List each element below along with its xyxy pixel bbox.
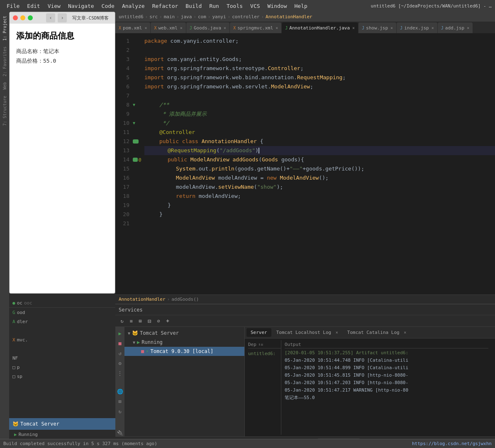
menu-item-file[interactable]: File bbox=[3, 2, 23, 10]
code-line-15: System.out.println(goods.getName()+"——"+… bbox=[144, 164, 495, 173]
sidebar-tomcat-item[interactable]: 🐱Tomcat Server bbox=[9, 418, 115, 430]
gutter-bean-14 bbox=[133, 158, 138, 162]
code-line-4: import org.springframework.stereotype.Co… bbox=[144, 64, 495, 73]
code-line-6: import org.springframework.web.servlet.M… bbox=[144, 82, 495, 91]
tree-node-tomcat[interactable]: ▼ 🐱 Tomcat Server bbox=[124, 329, 244, 338]
tab-goods[interactable]: J Goods.java × bbox=[186, 22, 229, 33]
menu-item-vcs[interactable]: VCS bbox=[247, 2, 263, 10]
vtab-plugin[interactable]: 🔌 bbox=[117, 430, 123, 436]
panel-tab-web[interactable]: Web bbox=[2, 80, 8, 92]
vtab-play[interactable]: ▶ bbox=[117, 330, 123, 337]
services-right-panel: Server Tomcat Localhost Log × Tomcat Cat… bbox=[245, 327, 495, 436]
nav-forward[interactable]: › bbox=[58, 13, 67, 22]
menu-item-run[interactable]: Run bbox=[206, 2, 222, 10]
code-editor[interactable]: 1 2 3 4 5 6 7 8 9 10 11 12 13 14 15 16 1… bbox=[115, 33, 495, 295]
gutter-bean-12 bbox=[133, 139, 139, 144]
tab-pom[interactable]: X pom.xml × bbox=[115, 22, 150, 33]
menu-bar: File Edit View Navigate Code Analyze Ref… bbox=[0, 0, 495, 12]
panel-tab-structure[interactable]: 7: Structure bbox=[2, 93, 8, 128]
toolbar-list[interactable]: ≡ bbox=[128, 318, 134, 324]
code-line-13: @RequestMapping("/addGoods") bbox=[144, 146, 495, 155]
project-tree-item-goods[interactable]: Good bbox=[9, 308, 115, 317]
menu-item-view[interactable]: View bbox=[44, 2, 64, 10]
toolbar-expand[interactable]: ⊞ bbox=[137, 318, 144, 324]
menu-item-analyze[interactable]: Analyze bbox=[119, 2, 148, 10]
output-header: Output bbox=[285, 341, 488, 348]
vtab-stop[interactable]: ■ bbox=[117, 340, 123, 347]
vtab-settings[interactable]: ⚙ bbox=[117, 360, 123, 367]
project-tree-item-handler[interactable]: Adler bbox=[9, 317, 115, 326]
code-line-16: ModelAndView modelAndView = new ModelAnd… bbox=[144, 173, 495, 183]
menu-item-refactor[interactable]: Refactor bbox=[149, 2, 182, 10]
toolbar-add[interactable]: + bbox=[164, 318, 171, 324]
code-line-17: modelAndView.setViewName("show"); bbox=[144, 183, 495, 192]
project-tree-item-mvc[interactable]: Xmvc. bbox=[9, 335, 115, 344]
services-toolbar: ↻ ≡ ⊞ ⊟ ⊘ + bbox=[115, 315, 495, 327]
panel-tab-project[interactable]: 1: Project bbox=[2, 13, 8, 43]
services-dep-col: Dep ⬇≡ untitled6: bbox=[248, 340, 281, 435]
tab-springmvc[interactable]: X springmvc.xml × bbox=[230, 22, 281, 33]
page-heading: 添加的商品信息 bbox=[16, 30, 108, 41]
services-tab-localhost-log[interactable]: Tomcat Localhost Log × bbox=[272, 328, 342, 337]
ide-left-background: ● oc ooc Good Adler Xmvc. NF □p □sp 🐱Tom… bbox=[9, 299, 115, 448]
nav-back[interactable]: ‹ bbox=[46, 13, 55, 22]
vtab-dots[interactable]: ⋮ bbox=[117, 370, 123, 377]
code-content[interactable]: package com.yanyi.controller; import com… bbox=[141, 33, 495, 295]
toolbar-refresh[interactable]: ↻ bbox=[119, 318, 125, 324]
panel-tab-favorites[interactable]: 2: Favorites bbox=[2, 44, 8, 79]
code-line-21 bbox=[144, 219, 495, 228]
toolbar-collapse[interactable]: ⊟ bbox=[146, 318, 153, 324]
code-line-18: return modelAndView; bbox=[144, 192, 495, 201]
tab-annotationhandler[interactable]: J AnnotationHandler.java × bbox=[282, 22, 358, 33]
sidebar-run-item[interactable]: ▶ Running bbox=[9, 430, 115, 439]
services-tab-catalina-log[interactable]: Tomcat Catalina Log × bbox=[343, 328, 411, 337]
browser-title: 写文章-CSDN博客 bbox=[69, 15, 112, 21]
services-output-col: Output [2020-01-05 10:51:37,255] Artifac… bbox=[281, 340, 492, 435]
tab-show[interactable]: J show.jsp × bbox=[358, 22, 396, 33]
code-line-19: } bbox=[144, 201, 495, 210]
tree-node-tomcat-local[interactable]: ■ ⚡ Tomcat 9.0.30 [local] bbox=[124, 347, 244, 356]
browser-content: 添加的商品信息 商品名称：笔记本 商品价格：55.0 bbox=[10, 24, 115, 73]
menu-item-code[interactable]: Code bbox=[98, 2, 118, 10]
code-line-20: } bbox=[144, 210, 495, 219]
output-line-6: 05-Jan-2020 10:51:47.217 WARNING [http-n… bbox=[285, 387, 488, 394]
toolbar-filter[interactable]: ⊘ bbox=[155, 318, 162, 324]
menu-item-navigate[interactable]: Navigate bbox=[65, 2, 98, 10]
code-line-14: public ModelAndView addGoods(Goods goods… bbox=[144, 155, 495, 164]
menu-item-build[interactable]: Build bbox=[182, 2, 205, 10]
menu-item-tools[interactable]: Tools bbox=[223, 2, 246, 10]
output-line-2: 05-Jan-2020 10:51:44.748 INFO [Catalina-… bbox=[285, 357, 488, 364]
services-tabs: Server Tomcat Localhost Log × Tomcat Cat… bbox=[245, 327, 495, 338]
status-url: https://blog.csdn.net/gsjwxhn bbox=[412, 441, 492, 446]
status-text: Build completed successfully in 5 s 327 … bbox=[115, 441, 157, 446]
line-numbers: 1 2 3 4 5 6 7 8 9 10 11 12 13 14 15 16 1… bbox=[115, 33, 133, 295]
menu-item-help[interactable]: Help bbox=[291, 2, 311, 10]
gutter-area: ▼ ▼ @ bbox=[133, 33, 141, 295]
vtab-globe[interactable]: 🌐 bbox=[117, 388, 123, 395]
tree-node-running[interactable]: ▼ ▶ Running bbox=[124, 338, 244, 347]
code-line-12: public class AnnotationHandler { bbox=[144, 137, 495, 146]
status-bar: Build completed successfully in 5 s 327 … bbox=[115, 439, 495, 448]
code-line-5: import org.springframework.web.bind.anno… bbox=[144, 73, 495, 82]
code-line-9: * 添加商品并展示 bbox=[144, 110, 495, 119]
tab-index[interactable]: J index.jsp × bbox=[397, 22, 437, 33]
dep-item-1: untitled6: bbox=[248, 350, 281, 358]
output-line-3: 05-Jan-2020 10:51:44.899 INFO [Catalina-… bbox=[285, 364, 488, 372]
services-tab-server[interactable]: Server bbox=[246, 328, 271, 337]
code-line-11: @Controller bbox=[144, 128, 495, 137]
bottom-breadcrumb: AnnotationHandler › addGoods() bbox=[115, 295, 495, 304]
vtab-grid[interactable]: ⊞ bbox=[117, 398, 123, 405]
page-line-1: 商品名称：笔记本 bbox=[16, 46, 108, 56]
code-line-1: package com.yanyi.controller; bbox=[144, 37, 495, 46]
traffic-light-red[interactable] bbox=[13, 15, 18, 20]
menu-item-edit[interactable]: Edit bbox=[24, 2, 43, 10]
vtab-refresh2[interactable]: ↻ bbox=[117, 408, 123, 415]
traffic-light-green[interactable] bbox=[28, 15, 33, 20]
vtab-restart[interactable]: ↺ bbox=[117, 350, 123, 357]
output-line-5: 05-Jan-2020 10:51:47.203 INFO [http-nio-… bbox=[285, 379, 488, 387]
traffic-light-yellow[interactable] bbox=[20, 15, 25, 20]
tab-web[interactable]: X web.xml × bbox=[151, 22, 185, 33]
menu-item-window[interactable]: Window bbox=[264, 2, 290, 10]
tab-add[interactable]: J add.jsp × bbox=[438, 22, 473, 33]
services-tree: ▼ 🐱 Tomcat Server ▼ ▶ Running ■ ⚡ Tomcat… bbox=[124, 327, 245, 436]
